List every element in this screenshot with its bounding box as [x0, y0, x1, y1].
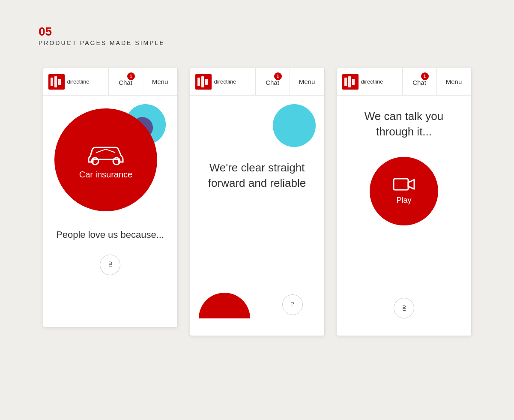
phone-2-scroll-indicator[interactable]: ⫔ — [282, 294, 303, 315]
logo-text-1: directline — [67, 78, 90, 85]
logo-img-3: directline — [342, 74, 383, 90]
svg-rect-13 — [352, 79, 355, 85]
phone-2-nav: directline 1 Chat Menu — [190, 68, 324, 96]
svg-rect-11 — [344, 78, 347, 86]
phone-3-chat-badge: 1 — [421, 72, 429, 80]
phone-3-menu-label: Menu — [446, 78, 462, 85]
page-wrapper: 05 PRODUCT PAGES MADE SIMPLE directline — [0, 0, 514, 420]
phone-2-logo: directline — [190, 68, 256, 95]
clear-text: We're clear straight forward and reliabl… — [199, 160, 316, 191]
phone-3-scroll-indicator[interactable]: ⫔ — [394, 298, 414, 318]
header-section: 05 PRODUCT PAGES MADE SIMPLE — [0, 0, 514, 46]
phone-3: directline 1 Chat Menu We can talk you t… — [337, 68, 472, 336]
phone-1-chat-badge: 1 — [127, 72, 135, 80]
screen1-body: Car insurance People love us because... … — [43, 96, 177, 275]
phone-2-menu-label: Menu — [299, 78, 315, 85]
svg-rect-9 — [205, 79, 208, 85]
chevron-down-icon-3: ⫔ — [402, 304, 406, 313]
phone-2-chat-badge: 1 — [274, 72, 282, 80]
phone-3-logo: directline — [337, 68, 403, 95]
chevron-down-icon-1: ⫔ — [108, 260, 112, 269]
red-semicircle — [199, 293, 250, 318]
red-circle-1: Car insurance — [54, 108, 157, 211]
svg-rect-7 — [197, 78, 200, 86]
phone-3-nav: directline 1 Chat Menu — [337, 68, 471, 96]
slide-number: 05 — [39, 26, 514, 38]
phone-3-menu-button[interactable]: Menu — [437, 68, 471, 95]
phones-container: directline 1 Chat Menu — [0, 68, 514, 336]
people-love-text: People love us because... — [56, 228, 164, 242]
phone-3-content: We can talk you through it... Play ⫔ — [337, 96, 471, 336]
phone-1: directline 1 Chat Menu — [43, 68, 178, 327]
play-button[interactable]: Play — [370, 157, 438, 225]
car-label: Car insurance — [79, 170, 133, 180]
screen3-body: We can talk you through it... Play ⫔ — [337, 96, 471, 327]
phone-1-content: Car insurance People love us because... … — [43, 96, 177, 327]
phone-3-chat-button[interactable]: 1 Chat — [403, 68, 437, 95]
directline-logo-icon-2 — [195, 74, 212, 90]
phone-2-chat-button[interactable]: 1 Chat — [256, 68, 290, 95]
screen2-body: We're clear straight forward and reliabl… — [190, 96, 324, 327]
svg-rect-3 — [58, 79, 61, 85]
svg-rect-14 — [394, 179, 408, 190]
svg-rect-8 — [201, 76, 204, 87]
phone-2: directline 1 Chat Menu We're clear strai… — [190, 68, 325, 336]
logo-text-2: directline — [214, 78, 236, 85]
phone-1-logo: directline — [43, 68, 109, 95]
car-circle-container: Car insurance — [54, 104, 166, 216]
svg-rect-12 — [348, 76, 351, 87]
slide-title: PRODUCT PAGES MADE SIMPLE — [39, 39, 514, 46]
svg-rect-1 — [51, 78, 53, 86]
talk-text: We can talk you through it... — [346, 108, 463, 140]
directline-logo-icon-3 — [342, 74, 359, 90]
video-camera-icon — [393, 177, 415, 192]
phone-2-content: We're clear straight forward and reliabl… — [190, 96, 324, 336]
directline-logo-icon-1 — [48, 74, 65, 90]
logo-text-3: directline — [361, 78, 383, 85]
phone-1-chat-button[interactable]: 1 Chat — [109, 68, 143, 95]
phone-1-menu-button[interactable]: Menu — [143, 68, 177, 95]
phone-1-nav: directline 1 Chat Menu — [43, 68, 177, 96]
play-label: Play — [396, 196, 411, 205]
logo-img-2: directline — [195, 74, 236, 90]
phone-2-menu-button[interactable]: Menu — [290, 68, 324, 95]
chevron-down-icon-2: ⫔ — [290, 300, 294, 309]
blue-circle-2 — [273, 104, 316, 147]
phone-1-menu-label: Menu — [152, 78, 168, 85]
phone-3-bottom: ⫔ — [394, 281, 414, 318]
car-icon — [84, 141, 127, 165]
svg-rect-2 — [54, 76, 57, 87]
phone-1-scroll-indicator[interactable]: ⫔ — [100, 255, 120, 275]
logo-img-1: directline — [48, 74, 90, 90]
